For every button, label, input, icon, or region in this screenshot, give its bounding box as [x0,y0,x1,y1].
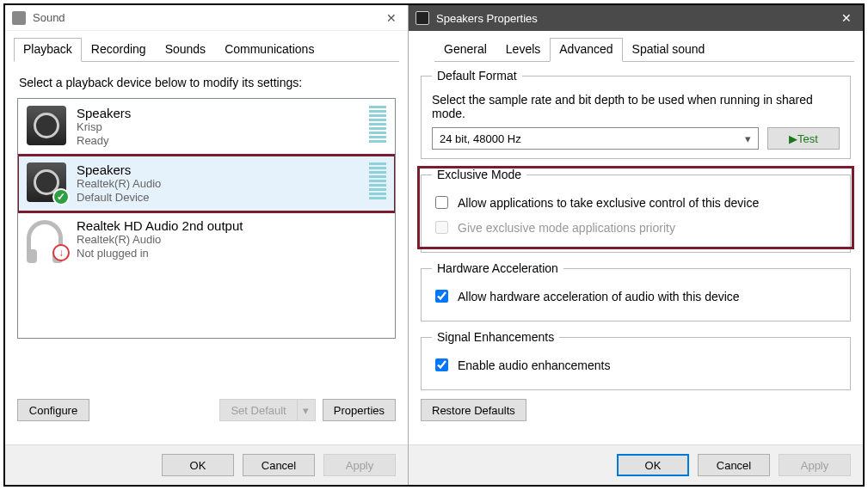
device-item[interactable]: Speakers Krisp Ready [18,99,395,156]
configure-button[interactable]: Configure [17,399,89,421]
device-item[interactable]: ↓ Realtek HD Audio 2nd output Realtek(R)… [18,211,395,268]
ok-button[interactable]: OK [617,454,689,476]
sound-titlebar: Sound ✕ [5,5,408,31]
test-button[interactable]: ▶ Test [767,127,840,150]
close-icon[interactable]: ✕ [380,9,403,28]
sound-dialog: Sound ✕ Playback Recording Sounds Commun… [5,5,409,485]
cancel-button[interactable]: Cancel [698,454,770,476]
device-name: Speakers [77,162,161,177]
device-name: Realtek HD Audio 2nd output [77,218,243,233]
tab-playback[interactable]: Playback [14,38,82,62]
props-tabs: General Levels Advanced Spatial sound [409,31,863,62]
close-icon[interactable]: ✕ [835,9,858,28]
device-status: Default Device [77,191,161,205]
hardware-accel-checkbox[interactable]: Allow hardware acceleration of audio wit… [432,287,840,305]
tab-general[interactable]: General [434,38,496,62]
signal-enhancements-legend: Signal Enhancements [432,330,559,344]
device-driver: Realtek(R) Audio [77,233,243,247]
ok-button[interactable]: OK [162,454,234,476]
tab-levels[interactable]: Levels [496,38,550,62]
headphones-icon: ↓ [27,218,66,258]
device-status: Not plugged in [77,247,243,260]
default-check-badge: ✓ [52,188,70,205]
level-meter [369,106,386,143]
sound-tabs: Playback Recording Sounds Communications [5,31,408,62]
tab-advanced[interactable]: Advanced [550,38,622,62]
exclusive-control-checkbox[interactable]: Allow applications to take exclusive con… [432,193,840,211]
tab-sounds[interactable]: Sounds [156,38,215,62]
default-format-desc: Select the sample rate and bit depth to … [432,93,840,120]
device-status: Ready [77,134,131,148]
speakers-properties-dialog: Speakers Properties ✕ General Levels Adv… [409,5,863,485]
sound-sysicon [12,11,26,25]
speaker-icon [27,106,66,145]
device-item[interactable]: ✓ Speakers Realtek(R) Audio Default Devi… [18,156,395,212]
unplugged-badge: ↓ [52,244,70,261]
device-driver: Krisp [77,120,131,134]
tab-communications[interactable]: Communications [215,38,323,62]
level-meter [369,162,386,199]
set-default-button[interactable]: Set Default [219,399,296,421]
hardware-accel-legend: Hardware Acceleration [432,261,563,275]
signal-enhancements-group: Signal Enhancements Enable audio enhance… [421,330,851,390]
props-titlebar: Speakers Properties ✕ [409,5,863,31]
props-title: Speakers Properties [436,12,538,25]
exclusive-priority-checkbox: Give exclusive mode applications priorit… [432,218,840,236]
sample-rate-select[interactable]: 24 bit, 48000 Hz [432,127,759,150]
cancel-button[interactable]: Cancel [243,454,315,476]
sound-title: Sound [33,11,65,24]
props-sysicon [416,11,429,25]
default-format-group: Default Format Select the sample rate an… [421,69,851,159]
device-driver: Realtek(R) Audio [77,177,161,191]
apply-button[interactable]: Apply [779,454,851,476]
restore-defaults-button[interactable]: Restore Defaults [421,399,526,421]
properties-button[interactable]: Properties [323,399,396,421]
chevron-down-icon [745,132,751,145]
audio-enhancements-checkbox[interactable]: Enable audio enhancements [432,356,840,374]
default-format-legend: Default Format [432,69,522,83]
hardware-accel-group: Hardware Acceleration Allow hardware acc… [421,261,851,322]
sample-rate-value: 24 bit, 48000 Hz [440,132,521,145]
tab-recording[interactable]: Recording [82,38,156,62]
instruction-text: Select a playback device below to modify… [19,76,394,89]
playback-device-list[interactable]: Speakers Krisp Ready ✓ Speakers Realtek(… [17,98,396,339]
apply-button[interactable]: Apply [323,454,396,476]
set-default-dropdown[interactable]: ▾ [297,399,316,421]
speaker-icon: ✓ [27,162,66,202]
exclusive-mode-group: Exclusive Mode Allow applications to tak… [421,168,851,253]
device-name: Speakers [77,106,131,120]
tab-spatial-sound[interactable]: Spatial sound [623,38,715,62]
exclusive-mode-legend: Exclusive Mode [432,168,526,181]
